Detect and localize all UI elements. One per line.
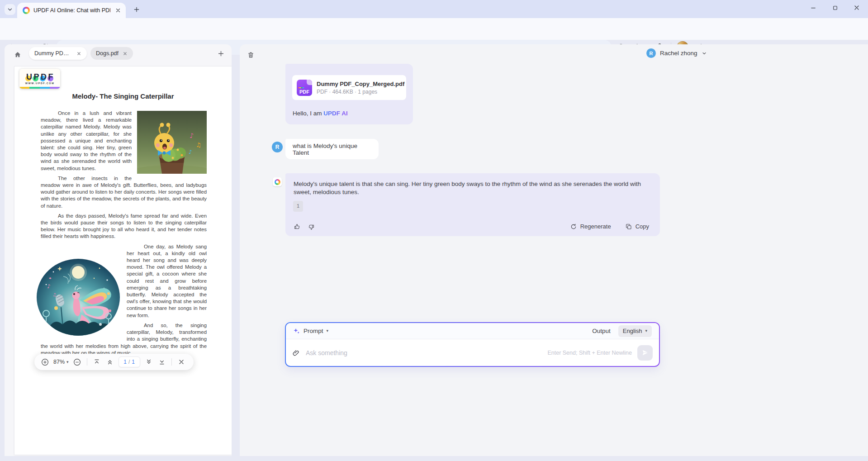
caret-down-icon: ▾ [66, 360, 69, 364]
browser-tab-title: UPDF AI Online: Chat with PDF [33, 7, 110, 14]
paragraph: The other insects in the meadow were in … [41, 175, 207, 209]
greeting-text: Hello, I am UPDF AI [293, 110, 348, 117]
paragraph: As the days passed, Melody's fame spread… [41, 213, 207, 240]
svg-text:♫: ♫ [196, 142, 201, 148]
regenerate-button[interactable]: Regenerate [569, 223, 611, 231]
delete-chat-button[interactable] [246, 50, 256, 60]
zoom-level-dropdown[interactable]: 87%▾ [53, 359, 69, 365]
attachment-icon[interactable] [292, 349, 300, 357]
account-avatar: R [646, 48, 656, 58]
prompt-input-row: Enter Send; Shift + Enter Newline [286, 339, 659, 366]
copy-icon [625, 223, 633, 231]
caret-down-icon: ▾ [645, 329, 647, 333]
file-name: Dummy PDF_Copy_Merged.pdf [317, 81, 402, 87]
file-card[interactable]: PDF Dummy PDF_Copy_Merged.pdf PDF · 464.… [292, 75, 406, 100]
pdf-file-icon: PDF [297, 80, 312, 96]
zoom-in-icon[interactable] [40, 357, 49, 366]
account-menu[interactable]: R Rachel zhong [646, 48, 707, 58]
caterpillar-image: ♪ ♫ ♪ [137, 111, 207, 174]
doc-tab-label: Dummy PDF_C... [34, 50, 72, 57]
last-page-icon[interactable] [157, 357, 166, 366]
add-document-button[interactable] [215, 48, 226, 59]
close-toolbar-icon[interactable] [177, 357, 186, 366]
new-tab-button[interactable] [131, 4, 142, 15]
user-avatar: R [272, 142, 283, 152]
page-fold [307, 80, 312, 85]
plus-icon [133, 6, 140, 13]
updf-ai-brand: UPDF AI [323, 110, 348, 117]
window-close-icon[interactable] [853, 4, 861, 12]
page-total: 1 [132, 359, 135, 365]
window-maximize-icon[interactable] [831, 4, 839, 12]
updf-logo-letters: UPDF [26, 73, 54, 81]
svg-text:♪: ♪ [189, 149, 192, 155]
file-meta: PDF · 464.6KB · 1 pages [317, 89, 402, 95]
chevron-down-icon [7, 6, 13, 13]
ai-answer-text: Melody's unique talent is that she can s… [294, 180, 652, 196]
citation-chip[interactable]: 1 [293, 201, 303, 212]
previous-page-icon[interactable] [105, 357, 114, 366]
account-name: Rachel zhong [660, 50, 697, 57]
doc-tab-close-icon[interactable] [123, 51, 128, 56]
chevron-down-icon [702, 51, 707, 56]
send-button[interactable] [637, 345, 653, 361]
updf-favicon-icon [23, 7, 30, 14]
svg-text:♫: ♫ [52, 292, 57, 297]
chat-input[interactable] [306, 349, 542, 356]
ai-avatar [273, 177, 282, 186]
caret-down-icon: ▾ [327, 329, 329, 333]
prompt-composer: Prompt ▾ Output English ▾ Enter Send; Sh… [285, 322, 660, 367]
chat-panel: R Rachel zhong PDF Dummy PDF_Copy_Merged… [240, 44, 868, 456]
prompt-header: Prompt ▾ Output English ▾ [286, 323, 659, 339]
updf-logo: UPDF WWW.UPDF.COM [19, 69, 60, 89]
input-hint: Enter Send; Shift + Enter Newline [547, 350, 632, 356]
updf-logo-stripe [19, 87, 60, 89]
doc-tab-close-icon[interactable] [76, 51, 81, 56]
ai-greeting-bubble: PDF Dummy PDF_Copy_Merged.pdf PDF · 464.… [285, 64, 413, 124]
home-button[interactable] [13, 50, 23, 60]
user-message-text: what is Melody's unique Talent [293, 143, 371, 156]
browser-toolbar: updf.ai/file/815833808535298050 [0, 18, 868, 40]
toolbar-divider [171, 358, 172, 366]
page-separator: / [128, 359, 130, 365]
toolbar-divider [87, 358, 87, 366]
ai-answer-bubble: Melody's unique talent is that she can s… [285, 173, 660, 236]
browser-tab[interactable]: UPDF AI Online: Chat with PDF [17, 3, 126, 18]
pdf-badge: PDF [297, 89, 312, 95]
user-message-bubble: what is Melody's unique Talent [285, 139, 379, 159]
browser-tab-strip: UPDF AI Online: Chat with PDF [0, 0, 868, 18]
window-minimize-icon[interactable] [809, 4, 817, 12]
pdf-viewer-panel: Dummy PDF_C... Dogs.pdf UPDF WWW.UPDF.CO… [5, 44, 232, 456]
pdf-zoom-toolbar: 87%▾ 1 / 1 [34, 354, 194, 370]
updf-logo-subtitle: WWW.UPDF.COM [25, 82, 55, 85]
pdf-page: UPDF WWW.UPDF.COM Melody- The Singing Ca… [14, 67, 232, 455]
page-number-box[interactable]: 1 / 1 [119, 356, 140, 367]
tab-search-button[interactable] [5, 4, 15, 15]
doc-tab-label: Dogs.pdf [96, 50, 119, 57]
doc-tab-dogs-pdf[interactable]: Dogs.pdf [90, 47, 133, 60]
language-selector[interactable]: English ▾ [618, 325, 652, 337]
tab-close-icon[interactable] [114, 6, 122, 14]
svg-text:♪: ♪ [47, 283, 51, 290]
page-current: 1 [123, 359, 127, 365]
regenerate-icon [569, 223, 578, 231]
rainbow-stripe [298, 87, 304, 89]
zoom-out-icon[interactable] [73, 357, 82, 366]
butterfly-image: ♪ ♫ [36, 258, 120, 336]
first-page-icon[interactable] [92, 357, 101, 366]
document-title: Melody- The Singing Caterpillar [14, 92, 232, 100]
thumbs-down-icon[interactable] [307, 223, 315, 231]
updf-logo-icon [275, 179, 280, 185]
svg-text:♪: ♪ [190, 132, 194, 140]
copy-button[interactable]: Copy [625, 223, 649, 231]
doc-tab-dummy-pdf[interactable]: Dummy PDF_C... [29, 47, 87, 60]
thumbs-up-icon[interactable] [293, 223, 301, 231]
output-label: Output [592, 328, 611, 334]
sparkle-icon [293, 328, 300, 335]
next-page-icon[interactable] [144, 357, 153, 366]
document-body: ♪ ♫ ♪ Once in a lush and vibrant meadow,… [41, 110, 207, 360]
prompt-dropdown[interactable]: Prompt [304, 328, 323, 334]
